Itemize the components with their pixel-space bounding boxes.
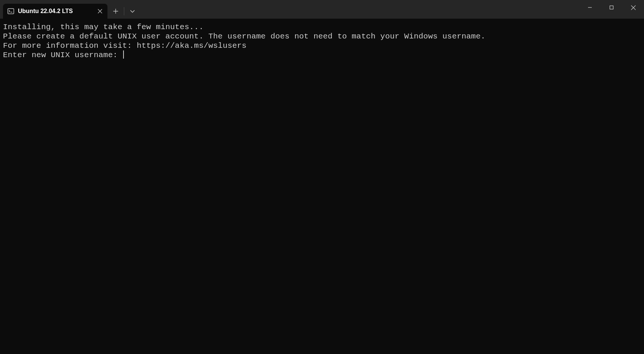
tab-dropdown-button[interactable]	[125, 4, 140, 19]
tab-actions	[108, 4, 140, 19]
tab-title: Ubuntu 22.04.2 LTS	[18, 8, 93, 15]
terminal-line: Please create a default UNIX user accoun…	[3, 32, 485, 41]
cursor	[123, 50, 124, 59]
divider	[124, 7, 124, 15]
maximize-button[interactable]	[601, 0, 622, 15]
terminal-line: Installing, this may take a few minutes.…	[3, 23, 204, 31]
window-controls	[579, 0, 644, 19]
close-window-button[interactable]	[622, 0, 644, 15]
terminal-line: For more information visit: https://aka.…	[3, 41, 247, 50]
terminal-body[interactable]: Installing, this may take a few minutes.…	[0, 19, 644, 354]
tab-ubuntu[interactable]: Ubuntu 22.04.2 LTS	[3, 4, 107, 19]
new-tab-button[interactable]	[108, 4, 123, 19]
close-tab-button[interactable]	[96, 7, 104, 15]
svg-rect-0	[8, 9, 14, 14]
terminal-icon	[7, 8, 14, 15]
svg-rect-3	[610, 6, 613, 9]
terminal-prompt: Enter new UNIX username:	[3, 51, 122, 59]
minimize-button[interactable]	[579, 0, 601, 15]
title-bar: Ubuntu 22.04.2 LTS	[0, 0, 644, 19]
